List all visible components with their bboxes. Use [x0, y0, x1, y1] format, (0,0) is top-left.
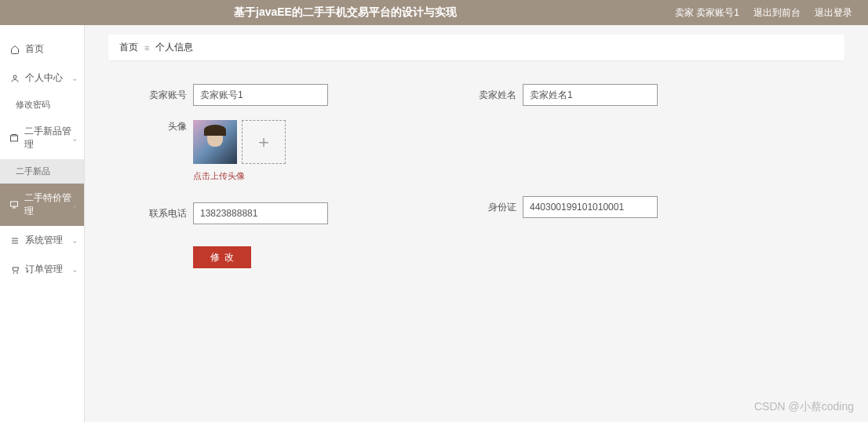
svg-point-0 [13, 75, 16, 78]
sidebar-item-label: 首页 [25, 42, 44, 56]
upload-hint[interactable]: 点击上传头像 [193, 170, 813, 182]
avatar-label: 头像 [140, 120, 187, 133]
breadcrumb: 首页 ≡ 个人信息 [108, 35, 844, 60]
sidebar-item-special-manage[interactable]: 二手特价管理 [0, 184, 84, 226]
sidebar-item-new-manage[interactable]: 二手新品管理 [0, 117, 84, 159]
sidebar-item-order-manage[interactable]: 订单管理 [0, 255, 84, 284]
back-to-front-link[interactable]: 退出到前台 [753, 6, 801, 20]
breadcrumb-current: 个人信息 [155, 41, 193, 54]
id-label: 身份证 [469, 201, 516, 214]
svg-rect-1 [11, 136, 18, 141]
app-title: 基于javaEE的二手手机交易平台的设计与实现 [16, 5, 675, 20]
logout-link[interactable]: 退出登录 [815, 6, 852, 20]
sidebar-item-label: 系统管理 [25, 234, 63, 247]
submit-button[interactable]: 修改 [193, 246, 251, 268]
sidebar-item-label: 个人中心 [25, 71, 63, 85]
list-icon [9, 235, 20, 246]
avatar-image[interactable] [193, 120, 237, 164]
phone-input[interactable] [193, 202, 328, 224]
monitor-icon [9, 199, 20, 210]
svg-point-6 [13, 272, 14, 273]
sidebar-item-system-manage[interactable]: 系统管理 [0, 226, 84, 255]
profile-form: 卖家账号 卖家姓名 头像 ＋ 点击上传头像 [108, 76, 844, 276]
sidebar-item-label: 二手特价管理 [24, 191, 75, 218]
main-content: 首页 ≡ 个人信息 卖家账号 卖家姓名 头像 ＋ [85, 25, 868, 422]
sidebar-sub-change-password[interactable]: 修改密码 [0, 93, 84, 117]
name-input[interactable] [523, 84, 658, 106]
box-icon [9, 133, 20, 144]
breadcrumb-root[interactable]: 首页 [119, 41, 138, 54]
phone-label: 联系电话 [140, 207, 187, 220]
top-header: 基于javaEE的二手手机交易平台的设计与实现 卖家 卖家账号1 退出到前台 退… [0, 0, 868, 25]
upload-avatar-button[interactable]: ＋ [242, 120, 286, 164]
user-info[interactable]: 卖家 卖家账号1 [675, 6, 739, 20]
sidebar-item-home[interactable]: 首页 [0, 35, 84, 64]
account-label: 卖家账号 [140, 89, 187, 102]
sidebar-nav: 首页 个人中心 修改密码 二手新品管理 二手新品 二手特价管理 系统管理 [0, 25, 85, 422]
sidebar-item-label: 订单管理 [25, 263, 63, 276]
svg-rect-2 [11, 202, 18, 206]
sidebar-item-label: 二手新品管理 [24, 125, 75, 151]
plus-icon: ＋ [255, 130, 272, 154]
sidebar-item-profile[interactable]: 个人中心 [0, 64, 84, 93]
separator-icon: ≡ [144, 43, 149, 53]
sidebar-sub-new-products[interactable]: 二手新品 [0, 159, 84, 184]
home-icon [9, 44, 20, 55]
svg-point-7 [17, 272, 18, 273]
watermark-text: CSDN @小蔡coding [754, 400, 854, 414]
cart-icon [9, 264, 20, 275]
account-input[interactable] [193, 84, 328, 106]
header-actions: 卖家 卖家账号1 退出到前台 退出登录 [675, 6, 852, 20]
user-icon [9, 73, 20, 84]
id-input[interactable] [523, 196, 658, 218]
name-label: 卖家姓名 [469, 89, 516, 102]
